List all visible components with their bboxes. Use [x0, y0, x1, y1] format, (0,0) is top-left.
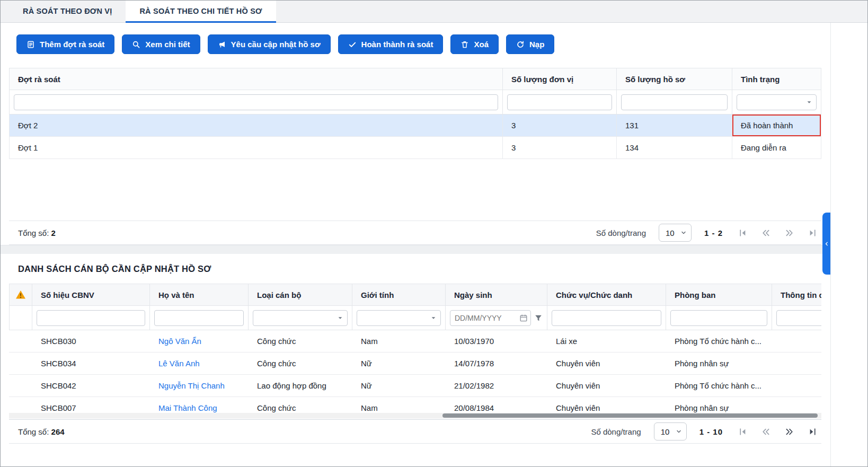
page-size-select[interactable]: 10: [654, 422, 687, 440]
review-filter-row: [9, 90, 821, 114]
review-row[interactable]: Đợt 2 3 131 Đã hoàn thành: [9, 114, 821, 137]
add-review-button[interactable]: Thêm đợt rà soát: [16, 34, 114, 54]
calendar-icon[interactable]: [519, 314, 528, 322]
next-page-icon: [785, 228, 794, 237]
column-header-status[interactable]: Tình trạng: [732, 68, 821, 90]
column-header-gender[interactable]: Giới tính: [352, 284, 446, 306]
search-icon: [132, 40, 140, 49]
staff-row[interactable]: SHCB042 Nguyễn Thị Chanh Lao động hợp đồ…: [9, 375, 821, 397]
view-detail-button[interactable]: Xem chi tiết: [122, 34, 200, 54]
reload-button[interactable]: Nạp: [506, 34, 554, 54]
unit-count-cell: 3: [503, 137, 617, 159]
page-size-select[interactable]: 10: [659, 224, 692, 242]
status-cell: Đang diễn ra: [732, 137, 821, 159]
horizontal-scrollbar: [9, 413, 821, 418]
staff-name-link[interactable]: Lê Văn Anh: [158, 359, 200, 368]
warning-icon: [9, 284, 32, 306]
period-filter-input[interactable]: [14, 94, 498, 110]
complete-review-label: Hoàn thành rà soát: [361, 40, 433, 49]
column-header-info[interactable]: Thông tin c: [772, 284, 821, 306]
status-filter-select[interactable]: [737, 94, 817, 110]
view-detail-label: Xem chi tiết: [145, 40, 190, 49]
staff-name-link[interactable]: Nguyễn Thị Chanh: [158, 381, 225, 390]
request-update-button[interactable]: Yêu cầu cập nhật hồ sơ: [208, 34, 331, 54]
department-filter-input[interactable]: [670, 310, 767, 326]
review-row[interactable]: Đợt 1 3 134 Đang diễn ra: [9, 137, 821, 159]
position-cell: Chuyên viên: [547, 353, 666, 375]
staff-row[interactable]: SHCB030 Ngô Văn Ẩn Công chức Nam 10/03/1…: [9, 330, 821, 353]
staff-pager: Số dòng/trang 10 1 - 10: [591, 422, 817, 440]
staff-table-header: Số hiệu CBNV Họ và tên Loại cán bộ Giới …: [9, 284, 821, 306]
complete-review-button[interactable]: Hoàn thành rà soát: [338, 34, 444, 54]
status-cell-highlighted: Đã hoàn thành: [732, 114, 821, 137]
last-page-button[interactable]: [808, 228, 817, 237]
column-header-name[interactable]: Họ và tên: [150, 284, 249, 306]
prev-page-icon: [761, 228, 770, 237]
position-filter-input[interactable]: [552, 310, 661, 326]
staff-row[interactable]: SHCB034 Lê Văn Anh Công chức Nữ 14/07/19…: [9, 353, 821, 375]
tab-review-by-unit[interactable]: RÀ SOÁT THEO ĐƠN VỊ: [9, 1, 126, 23]
gender-cell: Nữ: [352, 353, 446, 375]
first-page-icon: [738, 427, 747, 436]
prev-page-button[interactable]: [761, 427, 770, 436]
last-page-icon: [808, 427, 817, 436]
review-pager: Số dòng/trang 10 1 - 2: [596, 224, 817, 242]
record-count-cell: 131: [617, 114, 732, 137]
document-icon: [26, 40, 35, 49]
first-page-button[interactable]: [738, 427, 747, 436]
chevron-down-icon: [806, 99, 812, 105]
filter-funnel-icon[interactable]: [534, 314, 543, 322]
main-content: Thêm đợt rà soát Xem chi tiết Yêu cầu cậ…: [1, 23, 830, 466]
next-page-button[interactable]: [784, 228, 794, 237]
page-size-label: Số dòng/trang: [591, 427, 641, 436]
column-header-record-count[interactable]: Số lượng hồ sơ: [617, 68, 732, 90]
first-page-button[interactable]: [738, 228, 747, 237]
column-header-code[interactable]: Số hiệu CBNV: [32, 284, 150, 306]
app-window: RÀ SOÁT THEO ĐƠN VỊ RÀ SOÁT THEO CHI TIẾ…: [0, 0, 868, 467]
staff-name-link[interactable]: Ngô Văn Ẩn: [158, 337, 201, 346]
code-cell: SHCB030: [32, 330, 150, 353]
review-table: Đợt rà soát Số lượng đơn vị Số lượng hồ …: [9, 68, 821, 245]
add-review-label: Thêm đợt rà soát: [40, 40, 104, 49]
delete-button[interactable]: Xoá: [450, 34, 499, 54]
first-page-icon: [738, 228, 747, 237]
collapsed-right-panel: [830, 23, 867, 466]
last-page-button[interactable]: [808, 427, 817, 436]
column-header-dob[interactable]: Ngày sinh: [446, 284, 547, 306]
chevron-down-icon: [430, 315, 437, 321]
info-filter-input[interactable]: [776, 310, 821, 326]
chevron-down-icon: [337, 315, 343, 321]
gender-filter-select[interactable]: [357, 310, 441, 326]
code-filter-input[interactable]: [37, 310, 145, 326]
review-table-header: Đợt rà soát Số lượng đơn vị Số lượng hồ …: [9, 68, 821, 90]
chevron-down-icon: [680, 230, 687, 236]
page-range: 1 - 10: [699, 427, 723, 436]
column-header-type[interactable]: Loại cán bộ: [249, 284, 352, 306]
staff-filter-row: [9, 306, 821, 330]
name-filter-input[interactable]: [154, 310, 244, 326]
panel-collapse-handle[interactable]: [822, 213, 830, 275]
record-count-filter-input[interactable]: [621, 94, 728, 110]
unit-count-cell: 3: [503, 114, 617, 137]
tab-review-by-detail[interactable]: RÀ SOÁT THEO CHI TIẾT HỒ SƠ: [126, 1, 276, 23]
type-filter-select[interactable]: [253, 310, 348, 326]
column-header-unit-count[interactable]: Số lượng đơn vị: [503, 68, 617, 90]
staff-table: Số hiệu CBNV Họ và tên Loại cán bộ Giới …: [9, 284, 821, 419]
type-cell: Công chức: [249, 353, 352, 375]
staff-name-link[interactable]: Mai Thành Công: [158, 403, 217, 412]
unit-count-filter-input[interactable]: [507, 94, 612, 110]
delete-label: Xoá: [474, 40, 489, 49]
horizontal-scrollbar-thumb[interactable]: [442, 413, 818, 418]
column-header-department[interactable]: Phòng ban: [666, 284, 772, 306]
section-divider: [1, 245, 830, 254]
code-cell: SHCB034: [32, 353, 150, 375]
column-header-period[interactable]: Đợt rà soát: [9, 68, 503, 90]
type-cell: Lao động hợp đồng: [249, 375, 352, 397]
next-page-button[interactable]: [784, 427, 794, 436]
prev-page-button[interactable]: [761, 228, 770, 237]
prev-page-icon: [761, 427, 770, 436]
review-table-empty-area: [9, 159, 821, 221]
tab-bar: RÀ SOÁT THEO ĐƠN VỊ RÀ SOÁT THEO CHI TIẾ…: [1, 1, 867, 23]
column-header-position[interactable]: Chức vụ/Chức danh: [547, 284, 666, 306]
megaphone-icon: [218, 40, 226, 49]
